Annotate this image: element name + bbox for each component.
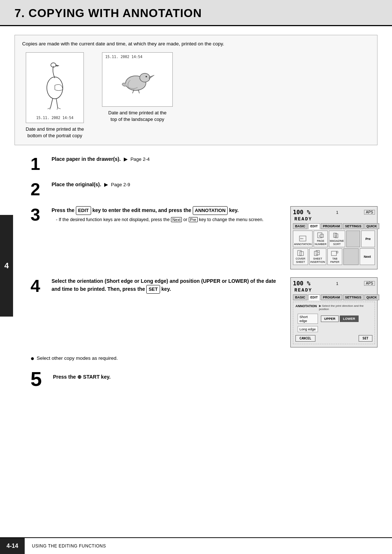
step-3-number: 3 (30, 206, 47, 224)
step-2-label: Place the original(s). (52, 182, 101, 187)
svg-rect-21 (298, 250, 301, 256)
step-5-text-before: Press the (53, 374, 76, 380)
ctrl-tab2-edit[interactable]: EDIT (308, 294, 320, 300)
ctrl-btn-empty-1 (346, 231, 360, 247)
ctrl-tab-quick[interactable]: QUICK (364, 223, 379, 229)
footer-page-num: 4-14 (0, 538, 25, 554)
bullet-dot: ● (30, 355, 34, 362)
svg-point-10 (146, 76, 147, 77)
step-1-content: Place paper in the drawer(s). ▶ Page 2-4 (52, 155, 377, 163)
step-2-text: Place the original(s). ▶ Page 2-9 (52, 181, 377, 188)
intro-box: Copies are made with the current date an… (15, 35, 377, 145)
ctrl-panel-2: 100 % 1 APS READY BASIC EDIT PROGRAM SET… (290, 277, 377, 347)
ctrl-tab2-quick[interactable]: QUICK (364, 294, 379, 300)
annotation-desc: ▶ Select the print direction and the pos… (319, 304, 372, 311)
step-4-text-end: key. (162, 286, 171, 292)
ctrl-tab2-program[interactable]: PROGRAM (321, 294, 342, 300)
short-edge-lower-btn[interactable]: LOWER (340, 315, 359, 322)
ctrl-btn-annotation-label: ANNOTATION (294, 243, 311, 246)
ctrl-status-bar-2: 100 % 1 APS (293, 280, 375, 287)
step-1-arrow: ▶ (124, 156, 128, 162)
step-1-row: 1 Place paper in the drawer(s). ▶ Page 2… (30, 155, 377, 173)
ctrl-panel-1: 100 % 1 APS READY BASIC EDIT PROGRAM SET… (290, 206, 377, 269)
step-5-row: 5 Press the ⊕ START key. (30, 369, 377, 389)
chapter-number: 4 (4, 261, 9, 270)
step-3-panel: 100 % 1 APS READY BASIC EDIT PROGRAM SET… (290, 206, 377, 269)
step-4-number: 4 (30, 277, 47, 295)
illustration-row: 15.11. 2002 14:54 Date and time printed … (22, 52, 370, 139)
ctrl-tab-program[interactable]: PROGRAM (321, 223, 342, 229)
step-1-label: Place paper in the drawer(s). (52, 156, 121, 162)
svg-rect-22 (300, 252, 303, 256)
page-number-icon: 1 (317, 232, 324, 239)
ctrl-btn-magazine-sort[interactable]: A MAGAZINE SORT (329, 231, 345, 247)
annotation-settings-panel: ANNOTATION ▶ Select the print direction … (293, 302, 375, 344)
step-3-subtext-mid: or (183, 217, 187, 222)
step-4-with-panel: Select the orientation (Short edge or Lo… (52, 277, 377, 347)
ctrl-btn-cover-sheet-label: COVER SHEET (294, 257, 307, 264)
ctrl-btn-page-number[interactable]: 1 PAGE NUMBER (314, 231, 328, 247)
magazine-sort-icon: A (333, 232, 341, 239)
ctrl-btn-cover-sheet[interactable]: COVER SHEET (293, 248, 308, 265)
page-header: 7. COPYING WITH ANNOTATION (0, 0, 392, 26)
ctrl-btn-sheet-insertion[interactable]: SHEET INSERTION (309, 248, 326, 265)
step-1-pageref: Page 2-4 (130, 156, 150, 162)
step-3-subtext: - If the desired function keys are not d… (52, 217, 285, 222)
ctrl-tab-basic[interactable]: BASIC (293, 223, 307, 229)
ctrl-count-2: 1 (336, 281, 338, 286)
ctrl-btn-tab-paper-label: TAB PAPER (328, 257, 342, 264)
svg-rect-26 (331, 251, 336, 256)
portrait-caption: Date and time printed at the bottom of t… (22, 126, 87, 139)
short-edge-buttons: UPPER LOWER (321, 315, 359, 322)
step-2-pageref: Page 2-9 (111, 182, 130, 187)
step-2-number: 2 (30, 181, 47, 198)
ctrl-btn-pre[interactable]: Pre (361, 231, 375, 247)
short-edge-row: Short edge UPPER LOWER (298, 314, 372, 324)
ctrl-ready-2: READY (294, 288, 375, 293)
cancel-button[interactable]: CANCEL (295, 335, 315, 342)
ctrl-count-1: 1 (336, 210, 338, 215)
svg-line-7 (57, 108, 58, 110)
step-3-with-panel: Press the EDIT key to enter the edit men… (52, 206, 377, 269)
ctrl-tab2-basic[interactable]: BASIC (293, 294, 307, 300)
step-3-subtext-key1: Next (171, 217, 182, 222)
ctrl-btn-empty-2 (343, 248, 359, 265)
ctrl-status-1: 100 % (293, 209, 310, 216)
short-edge-label: Short edge (298, 314, 318, 324)
edge-options: Short edge UPPER LOWER Long edge (298, 314, 372, 332)
ctrl-tab-edit[interactable]: EDIT (308, 223, 320, 229)
svg-line-3 (56, 99, 58, 108)
page-title: 7. COPYING WITH ANNOTATION (15, 7, 377, 20)
sheet-insertion-icon (314, 250, 322, 256)
long-edge-row: Long edge (298, 326, 372, 332)
step-2-content: Place the original(s). ▶ Page 2-9 (52, 181, 377, 188)
intro-text: Copies are made with the current date an… (22, 41, 370, 46)
step-5-text-after: key. (101, 374, 110, 380)
ctrl-status-bar-1: 100 % 1 APS (293, 209, 375, 216)
steps-area: 1 Place paper in the drawer(s). ▶ Page 2… (30, 155, 377, 347)
ctrl-ready-1: READY (294, 216, 375, 222)
ctrl-btn-annotation[interactable]: Ann ANNOTATION (293, 231, 313, 247)
ctrl-tab-settings[interactable]: SETTINGS (343, 223, 364, 229)
ctrl-btn-next[interactable]: Next (360, 248, 375, 265)
step-5-number: 5 (30, 369, 49, 389)
set-button[interactable]: SET (359, 335, 372, 342)
portrait-frame: 15.11. 2002 14:54 (26, 52, 84, 123)
step-5-text: Press the ⊕ START key. (53, 369, 111, 380)
page-footer: 4-14 USING THE EDITING FUNCTIONS (0, 537, 392, 554)
main-content: Copies are made with the current date an… (0, 26, 392, 418)
portrait-date-stamp: 15.11. 2002 14:54 (36, 116, 73, 120)
step-3-key2: ANNOTATION (193, 206, 228, 215)
landscape-caption: Date and time printed at the top of the … (105, 110, 170, 123)
short-edge-upper-btn[interactable]: UPPER (321, 315, 339, 322)
ctrl-aps-1: APS (364, 210, 375, 215)
ctrl-tab2-settings[interactable]: SETTINGS (343, 294, 364, 300)
step-3-subtext-key2: Pre (189, 217, 198, 222)
svg-line-6 (58, 108, 61, 109)
ctrl-btn-tab-paper[interactable]: TAB PAPER (327, 248, 343, 265)
ctrl-tabs-1: BASIC EDIT PROGRAM SETTINGS QUICK (293, 223, 375, 229)
cover-sheet-icon (297, 250, 305, 256)
step-3-text-after: key. (229, 207, 238, 213)
landscape-date-stamp: 15.11. 2002 14:54 (105, 55, 142, 59)
step-5-key: ⊕ START (77, 374, 100, 380)
